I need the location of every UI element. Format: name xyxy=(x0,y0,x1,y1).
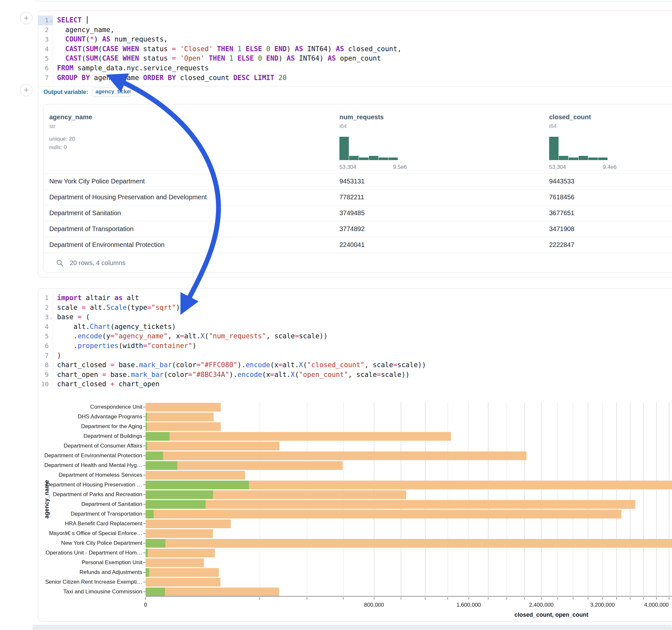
closed-count-bar[interactable] xyxy=(146,539,672,548)
sql-line[interactable]: 7GROUP BY agency_name ORDER BY closed_co… xyxy=(38,73,672,83)
python-line[interactable]: 2scale = alt.Scale(type="sqrt") xyxy=(38,303,672,313)
table-row[interactable]: New York City Police Department945313194… xyxy=(44,173,672,189)
open-count-bar[interactable] xyxy=(146,432,170,441)
closed-count-bar[interactable] xyxy=(146,519,231,528)
code-text[interactable]: base = ( xyxy=(53,312,90,322)
bar-row xyxy=(146,509,672,519)
line-number: 7 xyxy=(38,73,53,83)
table-cell: New York City Police Department xyxy=(49,177,145,185)
open-count-bar[interactable] xyxy=(146,442,147,451)
y-tick xyxy=(143,426,146,427)
code-text[interactable]: COUNT(*) AS num_requests, xyxy=(53,35,168,44)
closed-count-bar[interactable] xyxy=(146,442,280,451)
closed-count-bar[interactable] xyxy=(146,578,220,587)
code-text[interactable]: GROUP BY agency_name ORDER BY closed_cou… xyxy=(53,73,287,83)
closed-count-bar[interactable] xyxy=(146,529,213,538)
closed-count-bar[interactable] xyxy=(146,568,219,577)
bar-row xyxy=(146,402,672,412)
sql-line[interactable]: 6FROM sample_data.nyc.service_requests xyxy=(38,64,672,73)
open-count-bar[interactable] xyxy=(146,490,213,499)
column-agency_name: agency_name xyxy=(49,114,92,121)
sql-line[interactable]: 5 CAST(SUM(CASE WHEN status = 'Open' THE… xyxy=(38,54,672,64)
sql-line[interactable]: 2 agency_name, xyxy=(38,25,672,35)
sql-line[interactable]: 3 COUNT(*) AS num_requests, xyxy=(38,35,672,44)
y-axis-label: Personal Exemption Unit xyxy=(38,558,142,567)
y-axis-label: Department of Parks and Recreation xyxy=(38,490,142,500)
code-text[interactable]: FROM sample_data.nyc.service_requests xyxy=(53,64,209,73)
code-text[interactable]: ) xyxy=(53,351,61,361)
y-tick xyxy=(143,484,146,485)
code-text[interactable]: CAST(SUM(CASE WHEN status = 'Open' THEN … xyxy=(53,54,381,64)
fold-chevron-icon[interactable]: ⌄ xyxy=(50,312,52,322)
x-tick-label: 4,000,000 xyxy=(630,602,672,608)
open-count-bar[interactable] xyxy=(146,461,177,470)
bar-row xyxy=(146,529,672,538)
python-line[interactable]: 1import altair as alt xyxy=(38,293,672,303)
code-text[interactable]: .encode(y="agency_name", x=alt.X("num_re… xyxy=(53,332,328,341)
sql-line[interactable]: 1⌄SELECT xyxy=(38,16,672,25)
x-tick xyxy=(541,597,542,600)
closed-count-bar[interactable] xyxy=(146,471,245,480)
x-tick xyxy=(343,597,344,600)
code-text[interactable]: import altair as alt xyxy=(53,293,139,303)
python-line[interactable]: 8chart_closed = base.mark_bar(color="#FF… xyxy=(38,360,672,370)
code-text[interactable]: chart_closed + chart_open xyxy=(53,380,160,389)
closed-count-bar[interactable] xyxy=(146,432,451,441)
bar-row xyxy=(146,519,672,529)
code-text[interactable]: .properties(width="container") xyxy=(53,341,196,351)
open-count-bar[interactable] xyxy=(146,413,147,421)
add-cell-button-middle[interactable]: + xyxy=(20,84,32,96)
table-row[interactable]: Department of Housing Preservation and D… xyxy=(44,189,672,205)
closed-count-bar[interactable] xyxy=(146,500,635,509)
open-count-bar[interactable] xyxy=(146,500,206,509)
search-icon[interactable] xyxy=(56,259,64,267)
closed-count-bar[interactable] xyxy=(146,558,204,567)
code-text[interactable]: chart_closed = base.mark_bar(color="#FFC… xyxy=(53,360,426,370)
open-count-bar[interactable] xyxy=(146,452,163,460)
chart-plot-area xyxy=(146,402,672,597)
code-text[interactable]: agency_name, xyxy=(53,25,115,35)
closed-count-bar[interactable] xyxy=(146,587,279,596)
open-count-bar[interactable] xyxy=(146,587,165,596)
closed-count-bar[interactable] xyxy=(146,413,214,421)
open-count-bar[interactable] xyxy=(146,422,147,431)
y-tick xyxy=(143,455,146,456)
python-line[interactable]: 9chart_open = base.mark_bar(color="#8BC3… xyxy=(38,370,672,380)
fold-chevron-icon[interactable]: ⌄ xyxy=(50,16,52,25)
python-line[interactable]: 7) xyxy=(38,351,672,361)
code-text[interactable]: SELECT xyxy=(53,16,88,25)
python-line[interactable]: 3⌄base = ( xyxy=(38,312,672,322)
y-axis-label: Mayorâ€ s Office of Special Enforce… xyxy=(38,529,142,538)
closed-count-bar[interactable] xyxy=(146,422,221,431)
code-text[interactable]: chart_open = base.mark_bar(color="#8BC34… xyxy=(53,370,409,380)
y-axis-label: Department of Consumer Affairs xyxy=(38,441,142,451)
sql-line[interactable]: 4 CAST(SUM(CASE WHEN status = 'Closed' T… xyxy=(38,44,672,54)
table-row[interactable]: Department of Sanitation37494853677651 xyxy=(44,205,672,221)
code-text[interactable]: CAST(SUM(CASE WHEN status = 'Closed' THE… xyxy=(53,44,401,54)
layered-bar-chart: agency_name Correspondence UnitDHS Advan… xyxy=(38,397,672,621)
python-line[interactable]: 5 .encode(y="agency_name", x=alt.X("num_… xyxy=(38,332,672,341)
code-text[interactable]: scale = alt.Scale(type="sqrt") xyxy=(53,303,180,313)
line-number: 9 xyxy=(38,370,53,380)
table-row[interactable]: Department of Transportation377489234719… xyxy=(44,221,672,237)
open-count-bar[interactable] xyxy=(146,510,154,518)
table-row[interactable]: Department of Environmental Protection22… xyxy=(44,237,672,253)
python-line[interactable]: 6 .properties(width="container") xyxy=(38,341,672,351)
open-count-bar[interactable] xyxy=(146,539,165,548)
closed-count-bar[interactable] xyxy=(146,403,221,412)
closed-count-bar[interactable] xyxy=(146,510,621,518)
open-count-bar[interactable] xyxy=(146,568,149,577)
output-variable-pill[interactable]: agency_tickets xyxy=(92,88,131,97)
sql-code-editor[interactable]: 1⌄SELECT 2 agency_name,3 COUNT(*) AS num… xyxy=(38,11,672,83)
python-code-editor[interactable]: 1import altair as alt2scale = alt.Scale(… xyxy=(38,289,672,389)
open-count-bar[interactable] xyxy=(146,549,148,557)
open-count-bar[interactable] xyxy=(146,481,249,489)
closed-count-bar[interactable] xyxy=(146,452,526,460)
python-line[interactable]: 10chart_closed + chart_open xyxy=(38,380,672,389)
closed-count-bar[interactable] xyxy=(146,549,215,557)
code-text[interactable]: alt.Chart(agency_tickets) xyxy=(53,322,176,332)
python-line[interactable]: 4 alt.Chart(agency_tickets) xyxy=(38,322,672,332)
notebook-page: + + 1⌄SELECT 2 agency_name,3 COUNT(*) AS… xyxy=(0,0,672,630)
y-axis-label: Taxi and Limousine Commission xyxy=(38,587,142,597)
add-cell-button-top[interactable]: + xyxy=(20,12,32,24)
